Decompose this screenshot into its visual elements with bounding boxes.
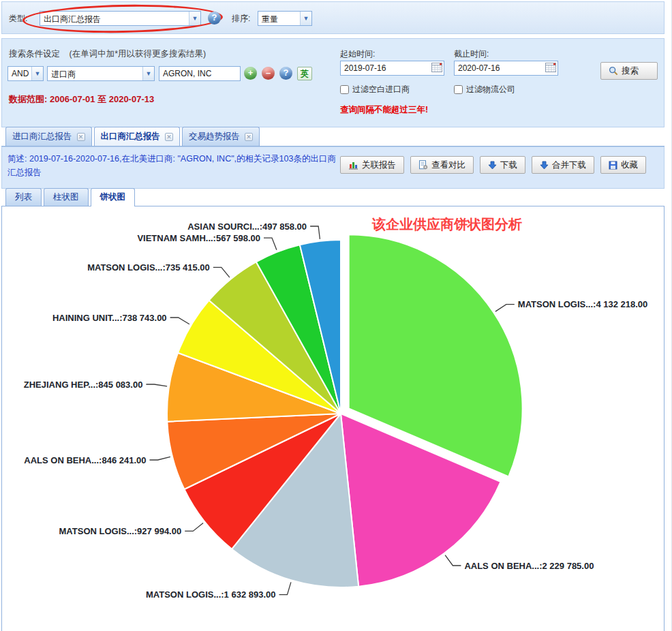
button-label: 收藏 [621, 159, 638, 171]
chevron-down-icon[interactable]: ▼ [189, 12, 200, 25]
app-window: 类型: 出口商汇总报告 ▼ ? 排序: 重量 ▼ 搜索条件设定 (在单词中加*用… [1, 1, 665, 630]
report-type-select[interactable]: 出口商汇总报告 ▼ [40, 11, 201, 26]
search-button[interactable]: 搜索 [600, 62, 658, 80]
calendar-icon[interactable] [545, 62, 557, 73]
subtab-pie-chart[interactable]: 饼状图 [91, 188, 136, 206]
subtab-label: 柱状图 [53, 192, 79, 202]
filter-logistics-checkbox[interactable]: 过滤物流公司 [454, 84, 515, 95]
english-toggle-button[interactable]: 英 [297, 67, 312, 80]
pie-label-2: MATSON LOGIS...:1 632 893.00 [146, 589, 276, 600]
page: 类型: 出口商汇总报告 ▼ ? 排序: 重量 ▼ 搜索条件设定 (在单词中加*用… [0, 0, 672, 631]
download-arrow-icon [488, 161, 497, 170]
end-date-label: 截止时间: [454, 48, 489, 60]
sort-select[interactable]: 重量 ▼ [258, 11, 312, 26]
search-title-text: 搜索条件设定 [9, 49, 60, 59]
pie-leader-line-4 [150, 457, 170, 460]
start-date-label: 起始时间: [340, 48, 375, 60]
search-hint: (在单词中加*用以获得更多搜索结果) [69, 49, 206, 59]
tab-trade-trend[interactable]: 交易趋势报告 ✕ [182, 127, 260, 146]
pie-label-5: ZHEJIANG HEP...:845 083.00 [24, 380, 143, 390]
pie-label-9: ASIAN SOURCI...:497 858.00 [187, 221, 307, 232]
sort-value: 重量 [258, 12, 300, 25]
data-range-value: 2006-07-01 至 2020-07-13 [50, 94, 154, 104]
button-label: 合并下载 [552, 159, 586, 171]
pie-label-0: MATSON LOGIS...:4 132 218.00 [518, 299, 648, 309]
chevron-down-icon[interactable]: ▼ [300, 12, 311, 25]
download-button[interactable]: 下载 [480, 156, 525, 174]
pie-leader-line-2 [279, 582, 291, 594]
pie-leader-line-6 [170, 318, 189, 324]
view-subtabs: 列表 柱状图 饼状图 [1, 189, 665, 206]
chart-title: 该企业供应商饼状图分析 [372, 215, 522, 234]
subtab-list[interactable]: 列表 [5, 188, 42, 206]
filter-blank-importer-checkbox[interactable]: 过滤空白进口商 [340, 84, 410, 95]
search-conditions-panel: 搜索条件设定 (在单词中加*用以获得更多搜索结果) AND ▼ 进口商 ▼ + … [1, 38, 665, 127]
search-icon [609, 66, 618, 76]
end-date-input[interactable] [454, 61, 558, 76]
chevron-down-icon[interactable]: ▼ [31, 67, 43, 80]
start-date-input[interactable] [340, 61, 444, 76]
pie-leader-line-9 [310, 226, 320, 239]
help-icon[interactable]: ? [279, 67, 292, 80]
keyword-input[interactable] [159, 66, 241, 81]
search-field-select[interactable]: 进口商 ▼ [47, 66, 155, 81]
favorite-button[interactable]: 收藏 [600, 156, 646, 174]
sort-label: 排序: [232, 13, 250, 25]
close-icon[interactable]: ✕ [165, 133, 173, 141]
start-date-field [340, 61, 444, 76]
report-summary-text: 简述: 2019-07-16-2020-07-16,在北美进口商: "AGRON… [7, 152, 336, 179]
subtab-bar-chart[interactable]: 柱状图 [44, 188, 89, 206]
remove-condition-icon[interactable]: – [262, 67, 275, 80]
supplier-pie-chart: MATSON LOGIS...:4 132 218.00AALS ON BEHA… [2, 206, 664, 631]
pie-leader-line-7 [213, 267, 230, 277]
subtab-label: 列表 [15, 192, 32, 202]
pie-label-8: VIETNAM SAMH...:567 598.00 [137, 233, 260, 243]
query-interval-warning: 查询间隔不能超过三年! [340, 104, 428, 116]
save-floppy-icon [609, 161, 617, 170]
help-icon[interactable]: ? [208, 12, 221, 25]
related-report-button[interactable]: 关联报告 [340, 156, 404, 174]
checkbox[interactable] [340, 85, 349, 94]
bool-operator-value: AND [8, 67, 31, 80]
chevron-down-icon[interactable]: ▼ [142, 67, 154, 80]
bool-operator-select[interactable]: AND ▼ [7, 66, 44, 81]
tab-exporter-summary[interactable]: 出口商汇总报告 ✕ [94, 127, 181, 146]
report-type-value: 出口商汇总报告 [40, 12, 189, 25]
pie-label-3: MATSON LOGIS...:927 994.00 [59, 526, 182, 536]
pie-leader-line-5 [146, 384, 167, 386]
filter-blank-importer-label: 过滤空白进口商 [352, 84, 410, 95]
pie-label-7: MATSON LOGIS...:735 415.00 [87, 262, 210, 273]
search-field-value: 进口商 [48, 67, 142, 80]
merge-download-button[interactable]: 合并下载 [532, 156, 594, 174]
subtab-label: 饼状图 [100, 192, 126, 202]
data-range-label: 数据范围: [9, 94, 47, 104]
pie-label-6: HAINING UNIT...:738 743.00 [52, 313, 167, 323]
download-arrow-icon [540, 161, 549, 170]
calendar-icon[interactable] [431, 62, 443, 73]
data-range: 数据范围: 2006-07-01 至 2020-07-13 [9, 93, 154, 106]
tab-label: 交易趋势报告 [189, 131, 240, 142]
pie-leader-line-0 [495, 305, 515, 312]
pie-leader-line-1 [445, 555, 461, 566]
document-gear-icon [418, 160, 428, 170]
pie-label-4: AALS ON BEHA...:846 241.00 [24, 455, 146, 465]
pie-leader-line-8 [264, 238, 277, 250]
button-label: 下载 [500, 159, 517, 171]
tab-importer-summary[interactable]: 进口商汇总报告 ✕ [5, 127, 92, 146]
filter-logistics-label: 过滤物流公司 [466, 84, 515, 95]
pie-chart-panel: MATSON LOGIS...:4 132 218.00AALS ON BEHA… [1, 206, 665, 631]
bar-chart-icon [348, 160, 358, 170]
checkbox[interactable] [454, 85, 463, 94]
view-compare-button[interactable]: 查看对比 [410, 156, 474, 174]
type-label: 类型: [9, 13, 27, 25]
tab-label: 进口商汇总报告 [12, 131, 72, 142]
tab-label: 出口商汇总报告 [101, 131, 161, 142]
button-label: 查看对比 [431, 159, 465, 171]
pie-label-1: AALS ON BEHA...:2 229 785.00 [464, 561, 594, 571]
toolbar: 关联报告 查看对比 下载 合并下载 收藏 [340, 156, 646, 174]
close-icon[interactable]: ✕ [77, 133, 85, 141]
add-condition-icon[interactable]: + [244, 67, 257, 80]
end-date-field [454, 61, 558, 76]
close-icon[interactable]: ✕ [245, 133, 253, 141]
report-tabstrip: 进口商汇总报告 ✕ 出口商汇总报告 ✕ 交易趋势报告 ✕ [1, 127, 665, 147]
